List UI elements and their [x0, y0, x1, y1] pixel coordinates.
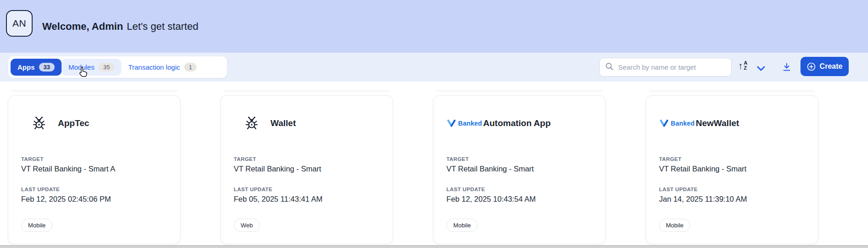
app-card-newwallet[interactable]: Banked NewWallet TARGET VT Retail Bankin… [646, 95, 818, 244]
banked-logo-text: Banked [458, 120, 482, 127]
tab-apps-count-badge: 33 [39, 63, 55, 72]
tab-transaction-logic-count-badge: 1 [184, 63, 197, 72]
last-update-label: LAST UPDATE [234, 187, 272, 192]
last-update-label: LAST UPDATE [659, 187, 698, 192]
plus-circle-icon [807, 62, 816, 71]
last-update-value: Feb 05, 2025 11:43:41 AM [234, 195, 322, 204]
platform-tag: Mobile [659, 219, 690, 232]
app-card-wallet[interactable]: Wallet TARGET VT Retail Banking - Smart … [220, 95, 393, 244]
app-card-title: NewWallet [696, 118, 739, 128]
last-update-value: Feb 12, 2025 02:45:06 PM [21, 195, 111, 204]
apps-grid: AppTec TARGET VT Retail Banking - Smart … [0, 82, 868, 245]
welcome-message: Welcome, Admin Let's get started [42, 0, 198, 53]
platform-tag: Mobile [21, 219, 52, 232]
tab-transaction-logic-label: Transaction logic [128, 63, 180, 71]
window-bottom-edge [0, 245, 868, 248]
welcome-bold-text: Welcome, Admin [42, 21, 123, 33]
target-value: VT Retail Banking - Smart [234, 165, 321, 173]
app-card-title: AppTec [58, 118, 89, 128]
sort-alpha-icon[interactable]: ↑ AZ [738, 61, 747, 71]
target-value: VT Retail Banking - Smart [659, 165, 746, 173]
scrolled-card-edge [11, 91, 177, 91]
app-card-title: Wallet [271, 118, 296, 128]
last-update-value: Jan 14, 2025 11:39:10 AM [659, 195, 747, 204]
app-window: AN Welcome, Admin Let's get started Apps… [0, 0, 868, 248]
target-label: TARGET [21, 156, 44, 162]
app-card-automation-app[interactable]: Banked Automation App TARGET VT Retail B… [433, 95, 606, 244]
target-label: TARGET [659, 156, 682, 162]
download-icon[interactable] [783, 63, 791, 73]
avatar: AN [6, 10, 33, 37]
target-value: VT Retail Banking - Smart A [21, 165, 115, 173]
target-label: TARGET [234, 156, 256, 162]
target-value: VT Retail Banking - Smart [446, 165, 534, 173]
tab-modules[interactable]: Modules 35 [62, 59, 121, 76]
last-update-label: LAST UPDATE [21, 187, 60, 192]
search-input[interactable] [618, 63, 726, 71]
bug-icon [221, 116, 271, 131]
last-update-value: Feb 12, 2025 10:43:54 AM [446, 195, 535, 204]
tab-apps-label: Apps [17, 63, 35, 71]
platform-tag: Mobile [446, 219, 478, 232]
last-update-label: LAST UPDATE [446, 187, 485, 192]
welcome-sub-text: Let's get started [127, 21, 198, 33]
platform-tag: Web [234, 219, 260, 232]
scrolled-card-edge [436, 91, 603, 91]
app-card-apptec[interactable]: AppTec TARGET VT Retail Banking - Smart … [8, 95, 180, 244]
app-card-title: Automation App [483, 118, 551, 128]
banked-logo: Banked [659, 120, 695, 127]
tab-modules-count-badge: 35 [99, 63, 114, 72]
banked-logo: Banked [447, 120, 482, 127]
bug-icon [8, 116, 58, 131]
tab-bar: Apps 33 Modules 35 Transaction logic 1 [8, 56, 227, 78]
welcome-header: AN Welcome, Admin Let's get started [0, 0, 868, 53]
tab-modules-label: Modules [68, 63, 95, 71]
banked-logo-text: Banked [671, 120, 695, 127]
create-button-label: Create [820, 62, 843, 71]
toolbar: Apps 33 Modules 35 Transaction logic 1 [0, 53, 868, 82]
chevron-down-icon[interactable] [757, 65, 765, 73]
tab-transaction-logic[interactable]: Transaction logic 1 [121, 59, 203, 76]
create-button[interactable]: Create [800, 57, 849, 76]
search-box[interactable] [599, 58, 732, 77]
target-label: TARGET [446, 156, 469, 162]
scrolled-card-edge [649, 91, 815, 91]
scrolled-card-edge [224, 91, 390, 91]
tab-apps[interactable]: Apps 33 [11, 59, 62, 76]
search-icon [605, 62, 614, 72]
